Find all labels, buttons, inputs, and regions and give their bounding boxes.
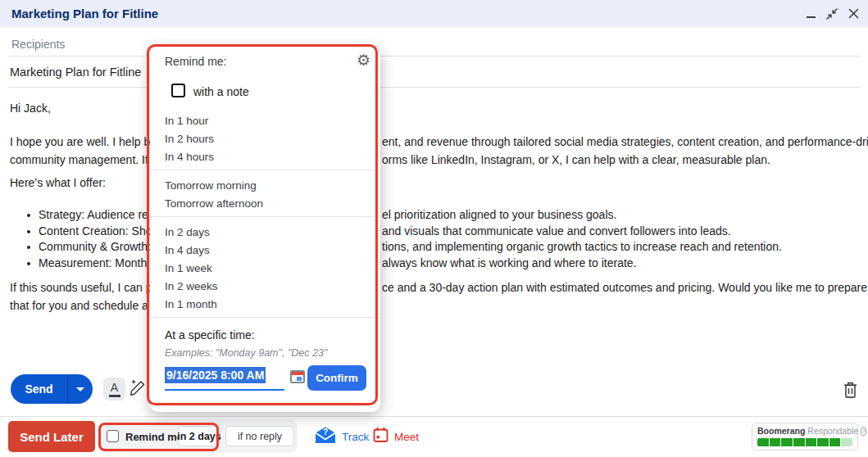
- divider: [8, 87, 860, 88]
- popup-divider: [150, 317, 380, 318]
- with-note-checkbox[interactable]: [171, 84, 185, 97]
- popup-divider: [150, 216, 380, 217]
- help-icon[interactable]: ?: [861, 427, 866, 436]
- respondable-widget[interactable]: Boomerang Respondable ?: [752, 423, 858, 450]
- popup-title: Remind me:: [165, 55, 226, 68]
- meet-button[interactable]: Meet: [373, 427, 419, 446]
- bullet-item: and visuals that communicate value and c…: [382, 224, 731, 238]
- bullet-item: Community & Growth:: [39, 240, 151, 253]
- send-split-button: Send: [11, 374, 93, 404]
- discard-draft-icon[interactable]: [843, 381, 857, 402]
- bullet-marker: [27, 214, 30, 217]
- compose-titlebar: Marketing Plan for Fitline: [0, 0, 868, 27]
- chevron-down-icon: [76, 387, 84, 391]
- datetime-input[interactable]: 9/16/2025 8:00 AM: [165, 367, 284, 387]
- remind-me-popup: Remind me: ⚙ with a note In 1 hour In 2 …: [150, 47, 380, 412]
- body-text: community management. If y: [10, 153, 157, 166]
- calendar-icon-header: [292, 372, 303, 375]
- calendar-icon-day: [297, 377, 302, 381]
- popup-divider: [150, 170, 380, 170]
- bullet-item: Strategy: Audience re: [39, 208, 148, 221]
- body-text: If this sounds useful, I can pu: [10, 281, 158, 294]
- remind-option-2w[interactable]: In 2 weeks: [165, 280, 218, 296]
- confirm-button[interactable]: Confirm: [307, 365, 366, 391]
- remind-when-input[interactable]: in 2 days: [178, 426, 220, 446]
- meet-calendar-icon: [373, 427, 389, 446]
- calendar-picker-icon[interactable]: [290, 370, 305, 383]
- remind-option-1m[interactable]: In 1 month: [165, 298, 217, 314]
- recipients-field[interactable]: Recipients: [11, 38, 65, 51]
- bullet-item: tions, and implementing organic growth t…: [382, 240, 782, 253]
- bullet-item: Content Creation: Sho: [39, 224, 152, 238]
- if-no-reply-select[interactable]: if no reply: [225, 426, 294, 446]
- text-format-icon: A: [111, 382, 118, 393]
- footer-divider: [0, 416, 868, 417]
- respondable-label: Respondable: [807, 426, 858, 436]
- remind-me-label: Remind me: [125, 431, 183, 443]
- send-options-dropdown[interactable]: [68, 374, 93, 404]
- specific-time-examples: Examples: "Monday 9am", "Dec 23": [165, 347, 327, 359]
- respondable-score-bar: [757, 438, 852, 446]
- body-text: Here’s what I offer:: [10, 176, 106, 189]
- bullet-marker: [27, 262, 30, 265]
- track-toggle[interactable]: ? Track: [315, 427, 369, 447]
- specific-time-label: At a specific time:: [165, 328, 255, 342]
- window-title: Marketing Plan for Fitline: [11, 7, 158, 20]
- format-underline-bar: [109, 395, 120, 397]
- divider: [8, 56, 860, 57]
- svg-text:?: ?: [323, 428, 328, 437]
- compose-window: Marketing Plan for Fitline Recipients Ma…: [0, 0, 868, 457]
- remind-me-group: Remind me in 2 days if no reply: [98, 419, 298, 453]
- body-text: ce and a 30-day action plan with estimat…: [382, 281, 867, 294]
- boomerang-brand-label: Boomerang: [757, 426, 805, 436]
- send-button[interactable]: Send: [11, 374, 67, 404]
- bullet-item: Measurement: Monthl: [39, 256, 149, 269]
- track-label: Track: [342, 431, 369, 443]
- body-text: ent, and revenue through tailored social…: [382, 135, 868, 148]
- remind-option-4d[interactable]: In 4 days: [165, 244, 210, 260]
- remind-me-checkbox[interactable]: [107, 430, 119, 442]
- window-controls: [804, 0, 860, 27]
- body-text: I hope you are well. I help bu: [10, 135, 157, 148]
- formatting-options-button[interactable]: A: [103, 378, 125, 400]
- remind-option-1w[interactable]: In 1 week: [165, 262, 212, 278]
- remind-option-tomorrow-afternoon[interactable]: Tomorrow afternoon: [165, 197, 263, 214]
- remind-option-2h[interactable]: In 2 hours: [165, 133, 214, 149]
- with-note-label: with a note: [193, 85, 249, 98]
- datetime-input-underline: [165, 389, 284, 391]
- subject-field[interactable]: Marketing Plan for Fitline: [10, 66, 141, 79]
- track-envelope-icon: ?: [315, 427, 336, 447]
- remind-option-1h[interactable]: In 1 hour: [165, 115, 208, 131]
- remind-option-2d[interactable]: In 2 days: [165, 226, 210, 242]
- bullet-marker: [27, 246, 30, 249]
- body-text: that for you and schedule a 1: [10, 299, 158, 312]
- body-text: orms like LinkedIn, Instagram, or X, I c…: [382, 153, 770, 166]
- meet-label: Meet: [394, 431, 419, 443]
- remind-option-4h[interactable]: In 4 hours: [165, 151, 214, 167]
- help-me-write-icon[interactable]: [129, 378, 147, 400]
- send-later-button[interactable]: Send Later: [8, 421, 95, 452]
- datetime-selected-text: 9/16/2025 8:00 AM: [165, 367, 266, 383]
- remind-option-tomorrow-morning[interactable]: Tomorrow morning: [165, 179, 257, 196]
- bullet-item: always know what is working and where to…: [382, 256, 636, 269]
- gear-icon[interactable]: ⚙: [357, 51, 370, 70]
- close-icon[interactable]: [847, 7, 860, 20]
- bullet-item: el prioritization aligned to your busine…: [382, 208, 616, 221]
- body-greeting: Hi Jack,: [10, 102, 51, 115]
- minimize-icon[interactable]: [804, 7, 817, 20]
- exit-fullscreen-icon[interactable]: [825, 7, 838, 20]
- bullet-marker: [27, 230, 30, 233]
